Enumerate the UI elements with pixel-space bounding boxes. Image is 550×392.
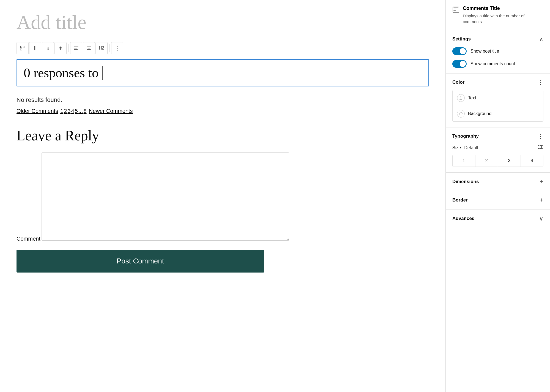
toolbar-align-left-btn[interactable] bbox=[62, 40, 72, 50]
typography-body: Size Default 1 2 3 4 bbox=[458, 131, 543, 150]
dimensions-expand-icon[interactable]: + bbox=[540, 160, 543, 166]
leave-reply-heading: Leave a Reply bbox=[17, 119, 434, 132]
panel-header-text: Comments Title Displays a title with the… bbox=[469, 6, 543, 22]
svg-rect-11 bbox=[539, 133, 542, 134]
block-toolbar: ⊡ ⣿ ⌃⌄ H2 ⋮ bbox=[17, 38, 106, 51]
size-mark-4[interactable]: 4 bbox=[528, 143, 530, 147]
show-comments-count-toggle[interactable] bbox=[458, 54, 470, 60]
panel-title: Comments Title bbox=[469, 6, 543, 10]
page-num-2[interactable]: 2 bbox=[56, 100, 60, 105]
toolbar-heading-btn[interactable]: H2 bbox=[83, 40, 92, 50]
dimensions-header[interactable]: Dimensions + bbox=[458, 160, 543, 166]
newer-comments-link[interactable]: Newer Comments bbox=[84, 100, 119, 105]
page-num-3[interactable]: 3 bbox=[60, 100, 64, 105]
show-post-title-row: Show post title bbox=[458, 43, 543, 49]
background-color-row[interactable]: Background bbox=[458, 96, 543, 110]
no-color-slash-bg bbox=[465, 102, 467, 104]
size-slider[interactable]: 1 2 3 4 bbox=[458, 140, 543, 150]
typography-more-icon[interactable]: ⋮ bbox=[538, 121, 543, 127]
color-more-icon[interactable]: ⋮ bbox=[538, 70, 543, 77]
page-num-4[interactable]: 4 bbox=[64, 100, 68, 105]
advanced-title: Advanced bbox=[458, 194, 478, 198]
typography-section-header[interactable]: Typography ⋮ bbox=[458, 121, 543, 127]
add-title-placeholder[interactable]: Add title bbox=[17, 11, 434, 33]
toolbar-move-btn[interactable]: ⌃⌄ bbox=[49, 40, 59, 50]
page-num-1[interactable]: 1 bbox=[52, 100, 56, 105]
svg-rect-10 bbox=[538, 132, 543, 132]
dimensions-title: Dimensions bbox=[458, 161, 481, 165]
page-num-5[interactable]: 5 bbox=[69, 100, 72, 105]
advanced-chevron-icon: ⌄ bbox=[539, 193, 543, 199]
color-section: Color ⋮ Text Background bbox=[451, 66, 550, 116]
align-center-icon bbox=[75, 43, 79, 46]
toolbar-align-center-btn[interactable] bbox=[72, 40, 82, 50]
size-mark-3[interactable]: 3 bbox=[509, 143, 511, 147]
advanced-section: Advanced ⌄ bbox=[451, 188, 550, 204]
comment-label: Comment bbox=[17, 141, 434, 146]
comment-textarea[interactable] bbox=[17, 149, 242, 228]
svg-rect-6 bbox=[75, 46, 79, 46]
size-label: Size bbox=[458, 132, 465, 136]
sidebar: Comments Title Displays a title with the… bbox=[451, 0, 550, 392]
settings-section-header[interactable]: Settings ⌃ bbox=[458, 33, 543, 38]
panel-header: Comments Title Displays a title with the… bbox=[451, 0, 550, 28]
toolbar-block-type-btn[interactable] bbox=[28, 40, 38, 50]
svg-rect-12 bbox=[540, 134, 541, 135]
settings-section: Settings ⌃ Show post title Show comments… bbox=[451, 28, 550, 66]
toolbar-sep-1 bbox=[60, 41, 61, 48]
settings-chevron-icon: ⌃ bbox=[540, 33, 543, 38]
older-comments-link[interactable]: Older Comments bbox=[17, 100, 50, 105]
toolbar-drag-btn[interactable]: ⣿ bbox=[39, 40, 49, 50]
color-title: Color bbox=[458, 72, 469, 76]
toolbar-select-btn[interactable]: ⊡ bbox=[18, 40, 28, 50]
svg-rect-4 bbox=[75, 43, 79, 43]
align-left-icon bbox=[64, 43, 69, 46]
page-num-8[interactable]: 8 bbox=[78, 100, 81, 105]
svg-rect-5 bbox=[76, 44, 78, 45]
comments-title-block[interactable]: 0 responses to bbox=[17, 55, 434, 79]
svg-rect-0 bbox=[31, 43, 35, 46]
background-color-label: Background bbox=[474, 101, 494, 105]
no-color-slash bbox=[465, 87, 467, 89]
panel-description: Displays a title with the number of comm… bbox=[469, 12, 543, 22]
border-title: Border bbox=[458, 177, 471, 182]
toolbar-more-btn[interactable]: ⋮ bbox=[95, 40, 105, 50]
advanced-header[interactable]: Advanced ⌄ bbox=[458, 193, 543, 199]
text-cursor bbox=[91, 64, 92, 74]
text-color-row[interactable]: Text bbox=[458, 81, 543, 96]
border-header[interactable]: Border + bbox=[458, 176, 543, 183]
show-comments-count-row: Show comments count bbox=[458, 54, 543, 60]
size-filter-icon[interactable] bbox=[538, 131, 543, 137]
main-content: Add title ⊡ ⣿ ⌃⌄ H2 bbox=[0, 0, 451, 392]
color-section-header[interactable]: Color ⋮ bbox=[458, 70, 543, 77]
text-color-circle bbox=[463, 85, 470, 92]
panel-comments-title-icon bbox=[458, 6, 466, 14]
typography-title: Typography bbox=[458, 122, 481, 126]
comments-title-text: 0 responses to bbox=[23, 61, 90, 72]
size-row: Size Default bbox=[458, 131, 543, 137]
background-color-circle bbox=[463, 99, 470, 107]
size-value: Default bbox=[467, 132, 480, 136]
dimensions-section: Dimensions + bbox=[451, 155, 550, 172]
size-mark-1[interactable]: 1 bbox=[471, 143, 473, 147]
toolbar-sep-2 bbox=[94, 41, 94, 48]
size-slider-marks: 1 2 3 4 bbox=[458, 143, 543, 147]
show-post-title-toggle[interactable] bbox=[458, 43, 470, 49]
no-results-text: No results found. bbox=[17, 90, 434, 96]
svg-rect-7 bbox=[458, 7, 465, 12]
border-expand-icon[interactable]: + bbox=[540, 176, 543, 183]
svg-rect-2 bbox=[64, 44, 67, 45]
svg-rect-9 bbox=[459, 10, 462, 10]
comments-icon bbox=[31, 42, 35, 47]
show-comments-count-label: Show comments count bbox=[473, 55, 512, 59]
show-post-title-label: Show post title bbox=[473, 44, 498, 48]
post-comment-button[interactable]: Post Comment bbox=[17, 235, 242, 254]
pagination: Older Comments 1 2 3 4 5 ... 8 Newer Com… bbox=[17, 100, 434, 105]
svg-rect-8 bbox=[459, 9, 464, 9]
border-section: Border + bbox=[451, 172, 550, 188]
text-color-label: Text bbox=[474, 86, 481, 91]
svg-rect-1 bbox=[64, 43, 69, 43]
page-num-ellipsis: ... bbox=[72, 100, 77, 105]
size-mark-2[interactable]: 2 bbox=[490, 143, 492, 147]
typography-section: Typography ⋮ Size Default 1 2 bbox=[451, 116, 550, 155]
